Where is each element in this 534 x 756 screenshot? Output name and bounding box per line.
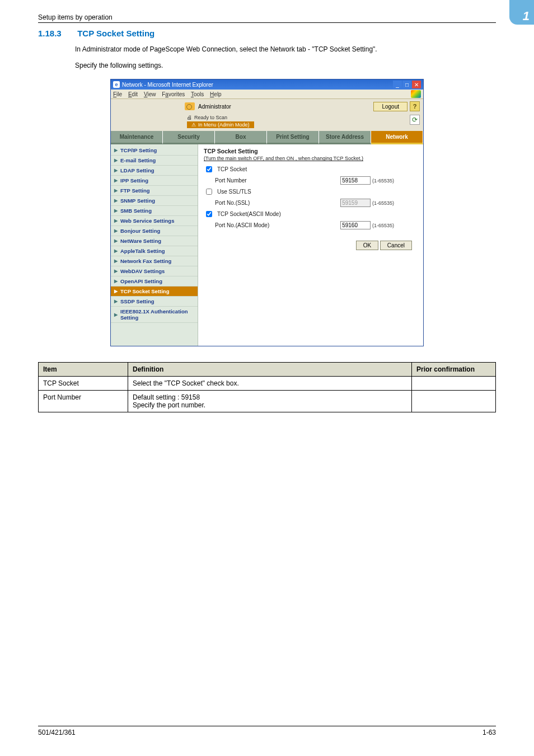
admin-icon	[185, 102, 195, 110]
tab-box[interactable]: Box	[215, 131, 267, 144]
sidebar-item-ipp[interactable]: ▶IPP Setting	[111, 176, 198, 186]
cancel-button[interactable]: Cancel	[380, 241, 412, 250]
sidebar-item-email[interactable]: ▶E-mail Setting	[111, 156, 198, 166]
sidebar-item-label: SNMP Setting	[120, 198, 155, 204]
tab-network[interactable]: Network	[371, 131, 423, 144]
table-cell: Port Number	[39, 391, 128, 412]
triangle-icon: ▶	[114, 279, 118, 284]
sidebar-item-snmp[interactable]: ▶SNMP Setting	[111, 196, 198, 206]
printer-icon: 🖨	[187, 115, 192, 120]
triangle-icon: ▶	[114, 168, 118, 173]
sidebar-item-openapi[interactable]: ▶OpenAPI Setting	[111, 276, 198, 287]
port-number-input[interactable]	[340, 176, 371, 185]
breadcrumb: Setup items by operation	[38, 13, 496, 23]
port-ascii-label: Port No.(ASCII Mode)	[215, 222, 269, 228]
sidebar-item-smb[interactable]: ▶SMB Setting	[111, 206, 198, 216]
sidebar-item-webservice[interactable]: ▶Web Service Settings	[111, 216, 198, 226]
sidebar-item-label: AppleTalk Setting	[120, 248, 165, 254]
menu-favorites[interactable]: Favorites	[162, 91, 185, 97]
use-ssl-checkbox[interactable]	[206, 189, 212, 195]
table-header-definition: Definition	[128, 363, 412, 377]
menu-help[interactable]: Help	[210, 91, 222, 97]
logout-button[interactable]: Logout	[373, 102, 407, 111]
triangle-icon: ▶	[114, 178, 118, 183]
ie-menubar: File Edit View Favorites Tools Help	[111, 90, 423, 99]
pane-note: (Turn the main switch OFF, and then ON ,…	[204, 156, 418, 161]
ok-button[interactable]: OK	[356, 241, 378, 250]
tcp-socket-label: TCP Socket	[217, 166, 247, 172]
menu-file[interactable]: File	[113, 91, 122, 97]
ie-window: e Network - Microsoft Internet Explorer …	[110, 79, 424, 346]
port-number-label: Port Number	[215, 177, 247, 184]
menu-tools[interactable]: Tools	[191, 91, 204, 97]
page-footer: 501/421/361 1-63	[38, 726, 496, 736]
table-cell: Default setting : 59158 Specify the port…	[128, 391, 412, 412]
port-ssl-range: (1-65535)	[372, 200, 394, 206]
port-ascii-range: (1-65535)	[372, 223, 394, 228]
sidebar-item-label: SSDP Setting	[120, 298, 154, 304]
section-line-1: In Administrator mode of PageScope Web C…	[75, 44, 496, 55]
side-nav: ▶TCP/IP Setting ▶E-mail Setting ▶LDAP Se…	[111, 144, 198, 346]
tab-store-address[interactable]: Store Address	[319, 131, 371, 144]
table-cell: TCP Socket	[39, 377, 128, 391]
table-cell	[412, 377, 496, 391]
footer-right: 1-63	[483, 729, 496, 736]
table-row: TCP Socket Select the "TCP Socket" check…	[39, 377, 496, 391]
help-button[interactable]: ?	[410, 101, 420, 111]
sidebar-item-label: FTP Setting	[120, 187, 150, 194]
sidebar-item-webdav[interactable]: ▶WebDAV Settings	[111, 266, 198, 276]
sidebar-item-appletalk[interactable]: ▶AppleTalk Setting	[111, 246, 198, 256]
sidebar-item-label: E-mail Setting	[120, 157, 156, 163]
sidebar-item-ieee8021x[interactable]: ▶IEEE802.1X Authentication Setting	[111, 307, 198, 323]
sidebar-item-tcpsocket[interactable]: ▶TCP Socket Setting	[111, 287, 198, 297]
pane-title: TCP Socket Setting	[204, 148, 418, 154]
sidebar-item-tcpip[interactable]: ▶TCP/IP Setting	[111, 145, 198, 156]
chapter-number: 1	[523, 9, 530, 24]
table-header-prior: Prior confirmation	[412, 363, 496, 377]
tcp-socket-checkbox[interactable]	[206, 166, 212, 172]
sidebar-item-ldap[interactable]: ▶LDAP Setting	[111, 166, 198, 176]
sidebar-item-label: NetWare Setting	[120, 238, 161, 244]
section-number: 1.18.3	[38, 29, 62, 38]
table-header-item: Item	[39, 363, 128, 377]
ie-logo-icon: e	[113, 81, 120, 88]
tab-print-setting[interactable]: Print Setting	[267, 131, 319, 144]
port-ascii-input[interactable]	[340, 221, 371, 229]
port-ssl-label: Port No.(SSL)	[215, 200, 250, 206]
menu-view[interactable]: View	[144, 91, 156, 97]
sidebar-item-label: SMB Setting	[120, 208, 152, 214]
main-pane: TCP Socket Setting (Turn the main switch…	[198, 144, 423, 346]
sidebar-item-label: Network Fax Setting	[120, 258, 171, 264]
ascii-mode-checkbox[interactable]	[206, 211, 212, 217]
definition-table: Item Definition Prior confirmation TCP S…	[38, 362, 496, 412]
window-title: Network - Microsoft Internet Explorer	[122, 82, 213, 88]
tab-row: Maintenance Security Box Print Setting S…	[111, 131, 423, 144]
minimize-button[interactable]: _	[393, 81, 402, 88]
triangle-icon: ▶	[114, 259, 118, 264]
admin-label: Administrator	[198, 104, 231, 110]
tab-maintenance[interactable]: Maintenance	[111, 131, 163, 144]
triangle-icon: ▶	[114, 188, 118, 193]
close-button[interactable]: ✕	[412, 81, 421, 88]
tab-security[interactable]: Security	[163, 131, 215, 144]
sidebar-item-netware[interactable]: ▶NetWare Setting	[111, 236, 198, 246]
menu-edit[interactable]: Edit	[128, 91, 138, 97]
ie-titlebar: e Network - Microsoft Internet Explorer …	[111, 79, 423, 90]
sidebar-item-networkfax[interactable]: ▶Network Fax Setting	[111, 256, 198, 266]
triangle-icon: ▶	[114, 218, 118, 223]
sidebar-item-ftp[interactable]: ▶FTP Setting	[111, 186, 198, 196]
sidebar-item-label: Web Service Settings	[120, 218, 174, 224]
refresh-button[interactable]: ⟳	[410, 115, 420, 125]
port-number-range: (1-65535)	[372, 178, 394, 184]
triangle-icon: ▶	[114, 158, 118, 163]
sidebar-item-bonjour[interactable]: ▶Bonjour Setting	[111, 226, 198, 236]
maximize-button[interactable]: □	[402, 81, 411, 88]
ie-throbber-icon	[411, 90, 421, 98]
sidebar-item-label: WebDAV Settings	[120, 268, 165, 274]
status-bar: 🖨 Ready to Scan ⚠ In Menu (Admin Mode) ⟳	[111, 114, 423, 131]
sidebar-item-label: TCP/IP Setting	[120, 147, 157, 153]
triangle-icon: ▶	[114, 228, 118, 233]
sidebar-item-ssdp[interactable]: ▶SSDP Setting	[111, 297, 198, 307]
triangle-icon: ▶	[114, 198, 118, 203]
sidebar-item-label: Bonjour Setting	[120, 228, 160, 234]
